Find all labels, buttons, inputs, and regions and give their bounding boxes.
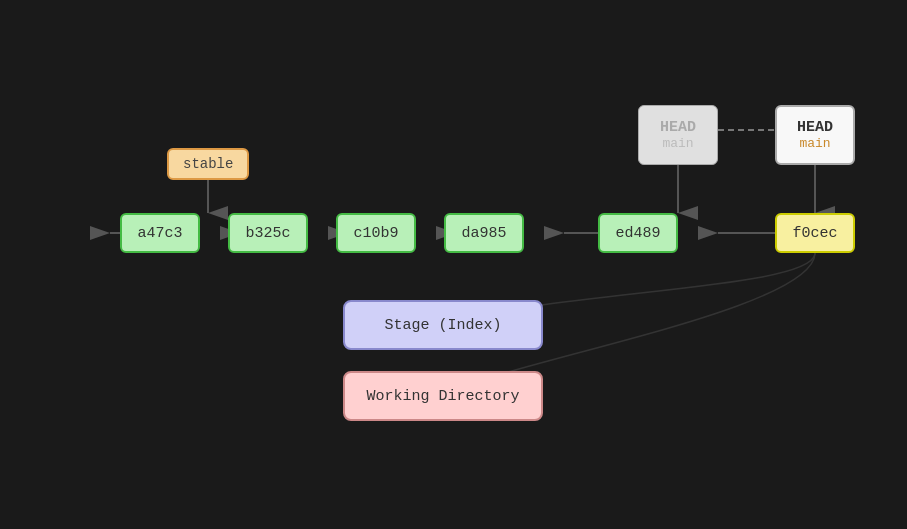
head-inactive-branch: main	[662, 136, 693, 151]
stage-label: Stage (Index)	[384, 317, 501, 334]
commit-c10b9-label: c10b9	[353, 225, 398, 242]
commit-b325c: b325c	[228, 213, 308, 253]
stable-text: stable	[183, 156, 233, 172]
commit-da985-label: da985	[461, 225, 506, 242]
commit-a47c3: a47c3	[120, 213, 200, 253]
commit-a47c3-label: a47c3	[137, 225, 182, 242]
commit-b325c-label: b325c	[245, 225, 290, 242]
head-active-box: HEAD main	[775, 105, 855, 165]
working-directory-box: Working Directory	[343, 371, 543, 421]
commit-c10b9: c10b9	[336, 213, 416, 253]
head-active-branch: main	[799, 136, 830, 151]
commit-f0cec-label: f0cec	[792, 225, 837, 242]
head-active-title: HEAD	[797, 119, 833, 136]
diagram-svg	[0, 0, 907, 529]
commit-ed489-label: ed489	[615, 225, 660, 242]
stable-label: stable	[167, 148, 249, 180]
head-inactive-box: HEAD main	[638, 105, 718, 165]
commit-f0cec: f0cec	[775, 213, 855, 253]
working-label: Working Directory	[366, 388, 519, 405]
git-diagram: stable a47c3 b325c c10b9 da985 ed489 f0c…	[0, 0, 907, 529]
commit-da985: da985	[444, 213, 524, 253]
commit-ed489: ed489	[598, 213, 678, 253]
stage-box: Stage (Index)	[343, 300, 543, 350]
head-inactive-title: HEAD	[660, 119, 696, 136]
